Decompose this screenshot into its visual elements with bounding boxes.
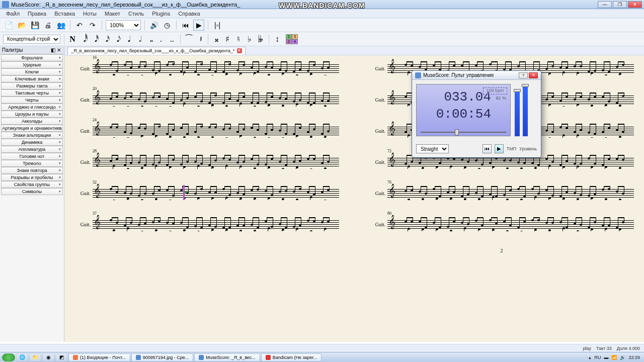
note-16-button[interactable]: 𝅘𝅥𝅯 <box>101 34 110 45</box>
palette-item[interactable]: Знаки альтерации <box>1 132 63 139</box>
swing-select[interactable]: Straight <box>416 144 449 153</box>
tray-clock[interactable]: 22:29 <box>628 355 640 360</box>
note-input-button[interactable]: N <box>68 34 77 45</box>
play-panel-title-bar[interactable]: MuseScore: Пульт управления ? ✕ <box>412 71 541 80</box>
palette-undock-button[interactable]: ◧ <box>50 47 56 53</box>
taskbar-item[interactable]: 900957194.jpg - Сре... <box>131 353 194 361</box>
palette-item[interactable]: Аппликатура <box>1 146 63 153</box>
volume-meters[interactable] <box>514 84 537 138</box>
redo-button[interactable]: ↷ <box>87 20 98 31</box>
palette-item[interactable]: Форшлаги <box>1 54 63 61</box>
staff[interactable]: 28𝄞 <box>93 154 339 170</box>
palette-item[interactable]: Ударные <box>1 61 63 68</box>
play-panel-close-button[interactable]: ✕ <box>529 72 538 78</box>
flat2-button[interactable]: 𝄫 <box>256 34 265 45</box>
flip-button[interactable]: ↕ <box>273 34 282 45</box>
minimize-button[interactable]: — <box>598 1 612 8</box>
menu-insert[interactable]: Вставка <box>50 11 79 17</box>
rewind-button[interactable]: ⏮ <box>180 20 191 31</box>
palette-item[interactable]: Размеры такта <box>1 82 63 89</box>
note-32-button[interactable]: 𝅘𝅥𝅰 <box>90 34 99 45</box>
tray-flag-icon[interactable]: ▬ <box>604 355 608 360</box>
taskbar-item[interactable]: Bandicam (Не зарег... <box>261 353 321 361</box>
palette-item[interactable]: Головки нот <box>1 153 63 160</box>
palette-item[interactable]: Черты <box>1 97 63 104</box>
dot-button[interactable]: . <box>156 34 166 45</box>
note-4-button[interactable]: 𝅘𝅥 <box>123 34 132 45</box>
staff[interactable]: 80𝄞 <box>387 216 634 232</box>
pinned-app-icon[interactable]: ◩ <box>55 353 67 361</box>
staff[interactable]: 20𝄞 <box>93 92 339 108</box>
taskbar-item[interactable]: (1) Входящие - Почт... <box>68 353 130 361</box>
palette-item[interactable]: Разрывы и пробелы <box>1 174 63 181</box>
new-file-button[interactable]: 📄 <box>3 20 14 31</box>
staff[interactable]: 16𝄞 <box>93 60 339 76</box>
palette-item[interactable]: Тремоло <box>1 160 63 167</box>
maximize-button[interactable]: ❐ <box>613 1 627 8</box>
note-2-button[interactable]: 𝅗𝅥 <box>134 34 143 45</box>
sound-button[interactable]: 🔊 <box>148 20 159 31</box>
tray-lang[interactable]: RU <box>594 355 601 360</box>
tray-network-icon[interactable]: 📶 <box>611 355 617 360</box>
menu-edit[interactable]: Правка <box>24 11 50 17</box>
tray-expand-icon[interactable]: ▴ <box>589 355 591 360</box>
pinned-ie-icon[interactable]: 🌐 <box>16 353 28 361</box>
staff[interactable]: 76𝄞 <box>387 185 634 201</box>
menu-plugins[interactable]: Plugins <box>148 11 174 17</box>
palette-item[interactable]: Ключи <box>1 68 63 75</box>
open-file-button[interactable]: 📂 <box>16 20 27 31</box>
palette-item[interactable]: Арпеджио и глиссандо <box>1 104 63 111</box>
tie-button[interactable]: ⁀ <box>184 34 193 45</box>
start-button[interactable] <box>2 353 15 361</box>
palette-item[interactable]: Тактовые черты <box>1 89 63 97</box>
save-button[interactable]: 💾 <box>29 20 40 31</box>
staff[interactable]: 37𝄞 <box>93 216 339 232</box>
natural-button[interactable]: ♮ <box>234 34 243 45</box>
staff[interactable]: 32𝄞 <box>93 185 339 201</box>
bpm-field[interactable]: 109 bpm <box>483 87 507 95</box>
undo-button[interactable]: ↶ <box>74 20 85 31</box>
note-64-button[interactable]: 𝅘𝅥𝅱 <box>79 34 88 45</box>
double-dot-button[interactable]: .. <box>168 34 177 45</box>
menu-notes[interactable]: Ноты <box>79 11 101 17</box>
palette-item[interactable]: Акколады <box>1 118 63 125</box>
voice-selector[interactable]: 1 2 3 4 <box>286 34 298 44</box>
palette-item[interactable]: Цезуры и паузы <box>1 111 63 118</box>
close-button[interactable]: ✕ <box>628 1 642 8</box>
panel-play-button[interactable]: ▶ <box>495 144 504 153</box>
palette-close-button[interactable]: ✕ <box>56 47 62 53</box>
sharp2-button[interactable]: 𝄪 <box>212 34 221 45</box>
tab-close-button[interactable]: ✕ <box>237 48 242 53</box>
tempo-slider[interactable] <box>421 131 506 134</box>
score-canvas[interactable]: Guit.16𝄞Guit.20𝄞Guit.24𝄞Guit.28𝄞Guit.32𝄞… <box>64 55 644 342</box>
play-panel-help-button[interactable]: ? <box>519 72 528 78</box>
repeat-button[interactable]: |◦| <box>212 20 223 31</box>
taskbar-item[interactable]: MuseScore: _Я_в_вес... <box>194 353 260 361</box>
note-1-button[interactable]: 𝅝 <box>145 34 154 45</box>
zoom-select[interactable]: 100% <box>106 20 141 30</box>
tray-volume-icon[interactable]: 🔊 <box>620 355 625 360</box>
community-button[interactable]: 👥 <box>55 20 66 31</box>
palette-item[interactable]: Знаки повтора <box>1 167 63 174</box>
menu-style[interactable]: Стиль <box>124 11 148 17</box>
pinned-explorer-icon[interactable]: 📁 <box>29 353 41 361</box>
note-8-button[interactable]: 𝅘𝅥𝅮 <box>112 34 121 45</box>
rest-button[interactable]: 𝄽 <box>195 34 204 45</box>
flat-button[interactable]: ♭ <box>245 34 254 45</box>
menu-file[interactable]: Файл <box>2 11 24 17</box>
menu-layout[interactable]: Макет <box>101 11 124 17</box>
palette-item[interactable]: Артикуляция и орнаментика <box>1 125 63 132</box>
metronome-button[interactable]: ◷ <box>162 20 173 31</box>
palette-item[interactable]: Динамика <box>1 139 63 146</box>
staff[interactable]: 24𝄞 <box>93 123 339 139</box>
pinned-chrome-icon[interactable]: ◉ <box>42 353 54 361</box>
palette-item[interactable]: Символы <box>1 188 63 195</box>
layout-select[interactable]: Концертный строй <box>3 35 60 44</box>
palette-item[interactable]: Свойства группы <box>1 181 63 188</box>
sharp-button[interactable]: ♯ <box>223 34 232 45</box>
panel-rewind-button[interactable]: ⏮ <box>482 144 492 153</box>
system-tray[interactable]: ▴ RU ▬ 📶 🔊 22:29 <box>587 355 642 360</box>
document-tab[interactable]: _Я_в_весеннем_лесу_пил_березовый_сок___и… <box>67 47 246 55</box>
print-button[interactable]: 🖨 <box>42 20 53 31</box>
palette-item[interactable]: Ключевые знаки <box>1 75 63 82</box>
